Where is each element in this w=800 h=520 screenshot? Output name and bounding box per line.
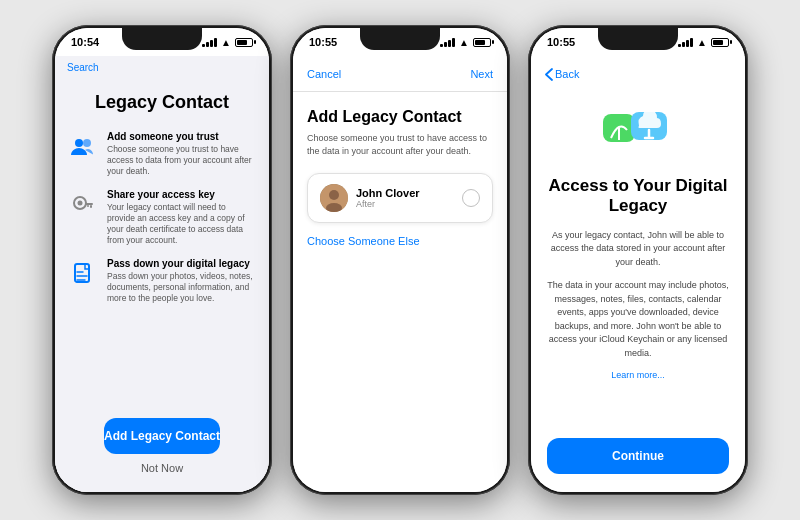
p1-search-label: Search bbox=[67, 62, 99, 73]
p1-title: Legacy Contact bbox=[95, 92, 229, 113]
svg-point-0 bbox=[75, 139, 83, 147]
p1-item-legacy: Pass down your digital legacy Pass down … bbox=[69, 258, 255, 304]
signal-1 bbox=[202, 38, 217, 47]
radio-button[interactable] bbox=[462, 189, 480, 207]
svg-point-3 bbox=[78, 201, 83, 206]
phone-2: 10:55 ▲ Cancel Next Add Legacy bbox=[290, 25, 510, 495]
cancel-button[interactable]: Cancel bbox=[307, 68, 341, 80]
p1-nav: Search bbox=[55, 56, 269, 78]
contact-card[interactable]: John Clover After bbox=[307, 173, 493, 223]
p1-item-key: Share your access key Your legacy contac… bbox=[69, 189, 255, 246]
wifi-icon-1: ▲ bbox=[221, 37, 231, 48]
choose-someone-else-button[interactable]: Choose Someone Else bbox=[307, 235, 493, 247]
battery-3 bbox=[711, 38, 729, 47]
status-icons-1: ▲ bbox=[202, 37, 253, 48]
svg-point-1 bbox=[83, 139, 91, 147]
p3-content: Access to Your Digital Legacy As your le… bbox=[531, 92, 745, 492]
icloud-leaf-icon bbox=[603, 102, 673, 162]
svg-rect-6 bbox=[87, 205, 89, 207]
phone-1: 10:54 ▲ Search Legacy Co bbox=[52, 25, 272, 495]
notch-1 bbox=[122, 28, 202, 50]
p1-item-key-text: Share your access key Your legacy contac… bbox=[107, 189, 255, 246]
status-icons-3: ▲ bbox=[678, 37, 729, 48]
phone-3: 10:55 ▲ Back bbox=[528, 25, 748, 495]
notch-3 bbox=[598, 28, 678, 50]
screen-1: Search Legacy Contact bbox=[55, 56, 269, 492]
p3-footer: Continue bbox=[547, 438, 729, 482]
wifi-icon-2: ▲ bbox=[459, 37, 469, 48]
next-button[interactable]: Next bbox=[470, 68, 493, 80]
key-icon bbox=[69, 191, 97, 219]
svg-rect-5 bbox=[90, 205, 92, 208]
p3-icon-area bbox=[603, 102, 673, 162]
people-icon bbox=[69, 133, 97, 161]
not-now-button[interactable]: Not Now bbox=[141, 462, 183, 474]
avatar bbox=[320, 184, 348, 212]
continue-button[interactable]: Continue bbox=[547, 438, 729, 474]
p1-footer: Add Legacy Contact Not Now bbox=[104, 418, 220, 482]
p2-title: Add Legacy Contact bbox=[307, 108, 493, 126]
p2-description: Choose someone you trust to have access … bbox=[307, 132, 493, 157]
signal-3 bbox=[678, 38, 693, 47]
p3-body1: As your legacy contact, John will be abl… bbox=[547, 229, 729, 270]
learn-more-button[interactable]: Learn more... bbox=[611, 370, 665, 380]
screen-2: Cancel Next Add Legacy Contact Choose so… bbox=[293, 56, 507, 492]
p1-items: Add someone you trust Choose someone you… bbox=[69, 131, 255, 418]
p2-nav: Cancel Next bbox=[293, 56, 507, 92]
add-legacy-contact-button[interactable]: Add Legacy Contact bbox=[104, 418, 220, 454]
p3-body2: The data in your account may include pho… bbox=[547, 279, 729, 360]
doc-icon bbox=[69, 260, 97, 288]
battery-2 bbox=[473, 38, 491, 47]
screen-3: Back bbox=[531, 56, 745, 492]
p2-content: Add Legacy Contact Choose someone you tr… bbox=[293, 92, 507, 492]
p1-item-trust-text: Add someone you trust Choose someone you… bbox=[107, 131, 255, 177]
contact-name: John Clover bbox=[356, 187, 420, 199]
wifi-icon-3: ▲ bbox=[697, 37, 707, 48]
svg-rect-4 bbox=[85, 203, 93, 205]
contact-info: John Clover After bbox=[320, 184, 420, 212]
status-icons-2: ▲ bbox=[440, 37, 491, 48]
p3-title: Access to Your Digital Legacy bbox=[547, 176, 729, 217]
contact-details: John Clover After bbox=[356, 187, 420, 209]
signal-2 bbox=[440, 38, 455, 47]
p1-item-legacy-text: Pass down your digital legacy Pass down … bbox=[107, 258, 255, 304]
p1-content: Legacy Contact Ad bbox=[55, 78, 269, 492]
time-1: 10:54 bbox=[71, 36, 99, 48]
contact-sub: After bbox=[356, 199, 420, 209]
p3-nav: Back bbox=[531, 56, 745, 92]
back-button[interactable]: Back bbox=[545, 68, 579, 81]
p1-item-trust: Add someone you trust Choose someone you… bbox=[69, 131, 255, 177]
time-3: 10:55 bbox=[547, 36, 575, 48]
svg-point-9 bbox=[329, 190, 339, 200]
time-2: 10:55 bbox=[309, 36, 337, 48]
notch-2 bbox=[360, 28, 440, 50]
battery-1 bbox=[235, 38, 253, 47]
